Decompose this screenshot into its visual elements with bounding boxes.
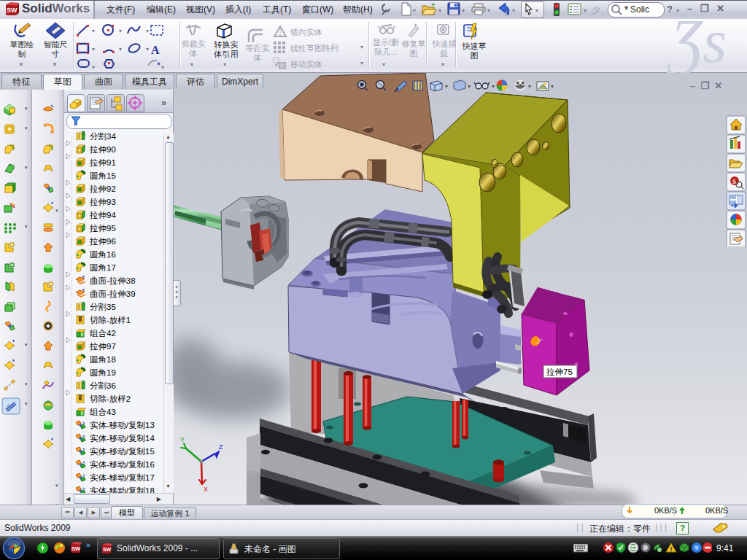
svg-text:实体-移动/复制15: 实体-移动/复制15 [90,447,155,456]
svg-text:曲面-拉伸39: 曲面-拉伸39 [90,289,136,298]
svg-text:▾: ▾ [55,483,58,488]
svg-text:▾: ▾ [492,83,495,90]
svg-text:▾: ▾ [25,401,28,406]
svg-text:▾: ▾ [445,83,448,90]
svg-text:*: * [157,60,160,70]
svg-text:圆角19: 圆角19 [90,368,116,377]
svg-text:拉伸93: 拉伸93 [89,198,116,206]
svg-text:组合43: 组合43 [90,408,116,416]
svg-text:SW: SW [103,547,112,552]
svg-text:实体-移动/复制13: 实体-移动/复制13 [90,421,155,429]
svg-text:圆角15: 圆角15 [90,171,116,180]
svg-text:圆角18: 圆角18 [90,355,116,364]
svg-text:拉伸97: 拉伸97 [89,342,116,351]
svg-text:曲面-拉伸38: 曲面-拉伸38 [90,276,136,285]
svg-text:▾: ▾ [25,125,28,131]
svg-text:实体-移动/复制14: 实体-移动/复制14 [90,434,155,443]
svg-text:拉伸95: 拉伸95 [89,224,116,233]
svg-text:▾: ▾ [551,83,554,90]
svg-text:X: X [204,486,208,493]
svg-text:分割35: 分割35 [90,303,116,311]
svg-text:▾: ▾ [55,208,58,213]
svg-text:拉伸75: 拉伸75 [546,368,573,376]
svg-text:S: S [732,178,736,185]
svg-text:拉伸96: 拉伸96 [89,237,116,246]
svg-text:拉伸90: 拉伸90 [89,145,116,154]
svg-text:▾: ▾ [25,342,28,347]
svg-text:拉伸94: 拉伸94 [89,211,116,219]
svg-text:SW: SW [7,7,18,14]
svg-text:SW: SW [71,545,81,552]
svg-text:圆角17: 圆角17 [90,263,116,272]
svg-text:▾: ▾ [25,106,28,111]
svg-text:实体-移动/复制18: 实体-移动/复制18 [90,486,155,493]
svg-text:实体-移动/复制16: 实体-移动/复制16 [90,460,155,469]
svg-text:!: ! [670,545,673,553]
svg-text:拉伸91: 拉伸91 [89,158,116,167]
svg-text:Y: Y [180,436,185,443]
svg-text:拉伸92: 拉伸92 [89,184,116,193]
svg-text:▾: ▾ [528,83,531,90]
svg-text:▾: ▾ [468,83,471,90]
svg-text:▾: ▾ [25,224,28,229]
svg-text:圆角16: 圆角16 [90,250,116,259]
svg-text:Z: Z [219,443,223,451]
svg-text:▾: ▾ [25,381,28,386]
svg-text:分割36: 分割36 [90,381,116,390]
svg-text:分割34: 分割34 [90,132,116,141]
svg-text:切除-放样2: 切除-放样2 [90,394,131,403]
svg-text:切除-放样1: 切除-放样1 [90,316,131,324]
svg-text:组合42: 组合42 [90,329,116,338]
svg-text:▾: ▾ [25,165,28,170]
svg-text:▾: ▾ [55,502,58,505]
svg-text:实体-移动/复制17: 实体-移动/复制17 [90,473,155,482]
svg-text:A: A [151,44,160,56]
